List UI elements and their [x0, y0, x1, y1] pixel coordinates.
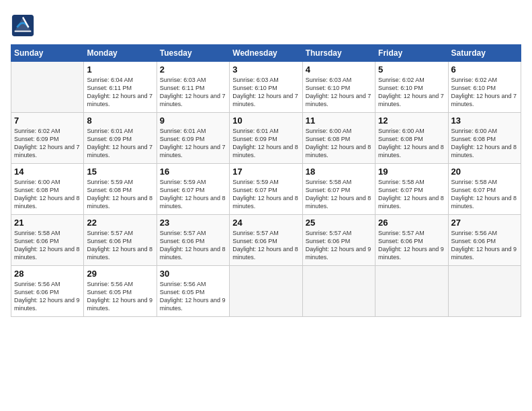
calendar-cell — [302, 266, 375, 317]
day-detail: Sunrise: 6:00 AM Sunset: 6:08 PM Dayligh… — [378, 127, 445, 160]
col-header-tuesday: Tuesday — [157, 45, 229, 62]
calendar-cell: 15Sunrise: 5:59 AM Sunset: 6:08 PM Dayli… — [84, 164, 157, 215]
calendar-cell: 24Sunrise: 5:57 AM Sunset: 6:06 PM Dayli… — [230, 215, 302, 266]
calendar-cell: 10Sunrise: 6:01 AM Sunset: 6:09 PM Dayli… — [230, 113, 302, 164]
day-number: 9 — [160, 116, 226, 126]
day-detail: Sunrise: 5:58 AM Sunset: 6:07 PM Dayligh… — [451, 178, 518, 211]
calendar-cell: 17Sunrise: 5:59 AM Sunset: 6:07 PM Dayli… — [230, 164, 302, 215]
calendar-week-3: 14Sunrise: 6:00 AM Sunset: 6:08 PM Dayli… — [11, 164, 521, 215]
day-detail: Sunrise: 5:59 AM Sunset: 6:07 PM Dayligh… — [232, 178, 299, 211]
logo-icon — [11, 13, 35, 38]
calendar-cell: 29Sunrise: 5:56 AM Sunset: 6:05 PM Dayli… — [84, 266, 157, 317]
calendar-cell: 21Sunrise: 5:58 AM Sunset: 6:06 PM Dayli… — [11, 215, 84, 266]
day-detail: Sunrise: 6:00 AM Sunset: 6:08 PM Dayligh… — [14, 178, 81, 211]
calendar-week-2: 7Sunrise: 6:02 AM Sunset: 6:09 PM Daylig… — [11, 113, 521, 164]
day-number: 18 — [306, 167, 372, 177]
day-number: 20 — [451, 167, 518, 177]
day-detail: Sunrise: 5:56 AM Sunset: 6:06 PM Dayligh… — [451, 229, 518, 262]
header — [11, 11, 521, 38]
calendar-cell: 3Sunrise: 6:03 AM Sunset: 6:10 PM Daylig… — [230, 62, 302, 113]
calendar-cell: 8Sunrise: 6:01 AM Sunset: 6:09 PM Daylig… — [84, 113, 157, 164]
col-header-thursday: Thursday — [302, 45, 375, 62]
day-number: 1 — [87, 64, 153, 75]
calendar-cell: 7Sunrise: 6:02 AM Sunset: 6:09 PM Daylig… — [11, 113, 84, 164]
calendar-cell: 18Sunrise: 5:58 AM Sunset: 6:07 PM Dayli… — [302, 164, 375, 215]
col-header-saturday: Saturday — [448, 45, 521, 62]
day-number: 11 — [306, 116, 372, 126]
calendar-cell: 30Sunrise: 5:56 AM Sunset: 6:05 PM Dayli… — [157, 266, 229, 317]
calendar-cell: 23Sunrise: 5:57 AM Sunset: 6:06 PM Dayli… — [157, 215, 229, 266]
day-detail: Sunrise: 6:03 AM Sunset: 6:10 PM Dayligh… — [306, 76, 372, 109]
day-number: 29 — [87, 269, 153, 279]
col-header-sunday: Sunday — [11, 45, 84, 62]
calendar-cell: 22Sunrise: 5:57 AM Sunset: 6:06 PM Dayli… — [84, 215, 157, 266]
day-detail: Sunrise: 5:57 AM Sunset: 6:06 PM Dayligh… — [160, 229, 226, 262]
day-number: 25 — [306, 218, 372, 228]
day-detail: Sunrise: 6:03 AM Sunset: 6:11 PM Dayligh… — [160, 76, 226, 109]
day-number: 8 — [87, 116, 153, 126]
calendar-cell: 4Sunrise: 6:03 AM Sunset: 6:10 PM Daylig… — [302, 62, 375, 113]
day-detail: Sunrise: 5:57 AM Sunset: 6:06 PM Dayligh… — [87, 229, 153, 262]
day-number: 30 — [160, 269, 226, 279]
calendar-cell: 6Sunrise: 6:02 AM Sunset: 6:10 PM Daylig… — [448, 62, 521, 113]
calendar-cell: 11Sunrise: 6:00 AM Sunset: 6:08 PM Dayli… — [302, 113, 375, 164]
calendar-header-row: SundayMondayTuesdayWednesdayThursdayFrid… — [11, 45, 521, 62]
calendar-cell: 16Sunrise: 5:59 AM Sunset: 6:07 PM Dayli… — [157, 164, 229, 215]
calendar-cell: 1Sunrise: 6:04 AM Sunset: 6:11 PM Daylig… — [84, 62, 157, 113]
day-number: 5 — [378, 64, 445, 75]
calendar-cell — [230, 266, 302, 317]
calendar-cell: 12Sunrise: 6:00 AM Sunset: 6:08 PM Dayli… — [375, 113, 448, 164]
day-number: 7 — [14, 116, 81, 126]
day-detail: Sunrise: 6:00 AM Sunset: 6:08 PM Dayligh… — [306, 127, 372, 160]
day-detail: Sunrise: 5:58 AM Sunset: 6:07 PM Dayligh… — [378, 178, 445, 211]
day-number: 26 — [378, 218, 445, 228]
day-detail: Sunrise: 6:01 AM Sunset: 6:09 PM Dayligh… — [87, 127, 153, 160]
day-detail: Sunrise: 5:59 AM Sunset: 6:08 PM Dayligh… — [87, 178, 153, 211]
calendar-week-5: 28Sunrise: 5:56 AM Sunset: 6:06 PM Dayli… — [11, 266, 521, 317]
day-detail: Sunrise: 6:02 AM Sunset: 6:10 PM Dayligh… — [451, 76, 518, 109]
day-number: 15 — [87, 167, 153, 177]
day-number: 19 — [378, 167, 445, 177]
calendar-cell: 2Sunrise: 6:03 AM Sunset: 6:11 PM Daylig… — [157, 62, 229, 113]
day-detail: Sunrise: 5:56 AM Sunset: 6:05 PM Dayligh… — [160, 280, 226, 313]
day-detail: Sunrise: 6:01 AM Sunset: 6:09 PM Dayligh… — [160, 127, 226, 160]
day-number: 13 — [451, 116, 518, 126]
calendar-cell: 13Sunrise: 6:00 AM Sunset: 6:08 PM Dayli… — [448, 113, 521, 164]
day-number: 10 — [232, 116, 299, 126]
calendar-cell — [448, 266, 521, 317]
calendar-week-4: 21Sunrise: 5:58 AM Sunset: 6:06 PM Dayli… — [11, 215, 521, 266]
col-header-monday: Monday — [84, 45, 157, 62]
day-number: 14 — [14, 167, 81, 177]
day-detail: Sunrise: 5:56 AM Sunset: 6:05 PM Dayligh… — [87, 280, 153, 313]
day-number: 22 — [87, 218, 153, 228]
calendar-cell: 14Sunrise: 6:00 AM Sunset: 6:08 PM Dayli… — [11, 164, 84, 215]
calendar-week-1: 1Sunrise: 6:04 AM Sunset: 6:11 PM Daylig… — [11, 62, 521, 113]
day-detail: Sunrise: 5:57 AM Sunset: 6:06 PM Dayligh… — [378, 229, 445, 262]
day-detail: Sunrise: 5:57 AM Sunset: 6:06 PM Dayligh… — [306, 229, 372, 262]
day-detail: Sunrise: 6:02 AM Sunset: 6:10 PM Dayligh… — [378, 76, 445, 109]
col-header-wednesday: Wednesday — [230, 45, 302, 62]
day-detail: Sunrise: 6:02 AM Sunset: 6:09 PM Dayligh… — [14, 127, 81, 160]
page-container: SundayMondayTuesdayWednesdayThursdayFrid… — [0, 0, 532, 322]
day-detail: Sunrise: 5:58 AM Sunset: 6:06 PM Dayligh… — [14, 229, 81, 262]
day-detail: Sunrise: 5:59 AM Sunset: 6:07 PM Dayligh… — [160, 178, 226, 211]
calendar-cell: 28Sunrise: 5:56 AM Sunset: 6:06 PM Dayli… — [11, 266, 84, 317]
col-header-friday: Friday — [375, 45, 448, 62]
calendar-cell: 19Sunrise: 5:58 AM Sunset: 6:07 PM Dayli… — [375, 164, 448, 215]
day-number: 28 — [14, 269, 81, 279]
day-number: 23 — [160, 218, 226, 228]
day-number: 6 — [451, 64, 518, 75]
day-detail: Sunrise: 5:57 AM Sunset: 6:06 PM Dayligh… — [232, 229, 299, 262]
calendar-cell: 9Sunrise: 6:01 AM Sunset: 6:09 PM Daylig… — [157, 113, 229, 164]
calendar-cell: 25Sunrise: 5:57 AM Sunset: 6:06 PM Dayli… — [302, 215, 375, 266]
day-detail: Sunrise: 6:00 AM Sunset: 6:08 PM Dayligh… — [451, 127, 518, 160]
day-number: 4 — [306, 64, 372, 75]
day-detail: Sunrise: 6:04 AM Sunset: 6:11 PM Dayligh… — [87, 76, 153, 109]
day-number: 16 — [160, 167, 226, 177]
day-number: 17 — [232, 167, 299, 177]
day-number: 12 — [378, 116, 445, 126]
day-number: 27 — [451, 218, 518, 228]
calendar-cell: 5Sunrise: 6:02 AM Sunset: 6:10 PM Daylig… — [375, 62, 448, 113]
calendar-cell — [375, 266, 448, 317]
day-number: 2 — [160, 64, 226, 75]
